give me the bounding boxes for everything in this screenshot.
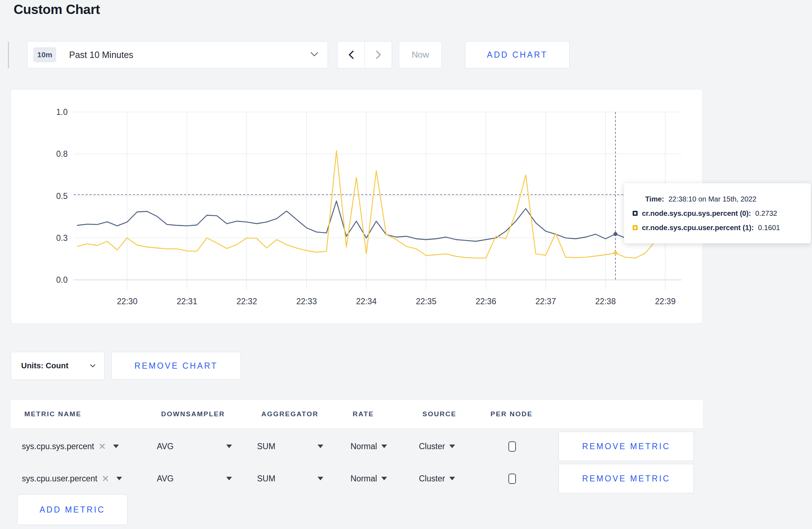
rate-value: Normal xyxy=(351,442,377,451)
x-axis-tick-label: 22:37 xyxy=(535,297,556,306)
tooltip-series-value: 0.2732 xyxy=(755,209,777,218)
series-line xyxy=(77,151,675,258)
now-button[interactable]: Now xyxy=(399,41,442,68)
caret-down-icon xyxy=(318,445,323,448)
time-range-badge: 10m xyxy=(33,47,56,62)
source-dropdown[interactable]: Cluster xyxy=(419,464,455,493)
column-header-rate: RATE xyxy=(353,400,374,428)
cpu-chart-svg[interactable]: 0.00.30.50.81.022:3022:3122:3222:3322:34… xyxy=(11,89,703,324)
clear-metric-icon[interactable]: ✕ xyxy=(102,474,109,484)
x-axis-tick-label: 22:39 xyxy=(655,297,676,306)
x-axis-tick-label: 22:33 xyxy=(296,297,317,306)
x-axis-tick-label: 22:36 xyxy=(475,297,496,306)
aggregator-dropdown-caret[interactable] xyxy=(318,432,323,461)
downsampler-value[interactable]: AVG xyxy=(157,464,174,493)
chevron-down-icon xyxy=(310,52,318,58)
y-axis-tick-label: 0.8 xyxy=(56,149,68,159)
aggregator-value[interactable]: SUM xyxy=(257,432,275,461)
caret-down-icon[interactable] xyxy=(116,477,122,480)
tooltip-time-value: 22:38:10 on Mar 15th, 2022 xyxy=(668,195,757,203)
x-axis-tick-label: 22:30 xyxy=(117,297,137,306)
caret-down-icon xyxy=(381,477,387,480)
x-axis-tick-label: 22:31 xyxy=(177,297,197,306)
sys-series-swatch-icon xyxy=(633,211,638,216)
per-node-checkbox[interactable] xyxy=(508,441,516,452)
per-node-checkbox[interactable] xyxy=(508,474,516,484)
user-series-swatch-icon xyxy=(633,225,638,230)
units-dropdown[interactable]: Units: Count xyxy=(11,352,105,380)
metric-row: sys.cpu.user.percent ✕ AVG SUM Normal Cl… xyxy=(11,464,703,493)
caret-down-icon xyxy=(381,445,387,448)
metrics-table-header: METRIC NAME DOWNSAMPLER AGGREGATOR RATE … xyxy=(11,400,703,428)
per-node-cell xyxy=(508,432,516,461)
caret-down-icon[interactable] xyxy=(113,445,119,448)
tooltip-time-row: Time: 22:38:10 on Mar 15th, 2022 xyxy=(645,195,811,203)
page-title: Custom Chart xyxy=(14,2,100,17)
remove-metric-button[interactable]: REMOVE METRIC xyxy=(559,464,694,493)
column-header-aggregator: AGGREGATOR xyxy=(261,400,319,428)
chevron-right-icon xyxy=(375,50,382,59)
aggregator-dropdown-caret[interactable] xyxy=(318,464,323,493)
source-dropdown[interactable]: Cluster xyxy=(419,432,455,461)
column-header-metric-name: METRIC NAME xyxy=(24,400,81,428)
hover-point-dot xyxy=(614,251,618,255)
tooltip-series-value: 0.1601 xyxy=(758,224,780,232)
time-window-pager xyxy=(337,41,392,68)
x-axis-tick-label: 22:34 xyxy=(356,297,377,306)
y-axis-tick-label: 0.3 xyxy=(56,233,68,243)
tooltip-time-label: Time: xyxy=(645,195,664,203)
chart-grid: 0.00.30.50.81.022:3022:3122:3222:3322:34… xyxy=(56,107,681,306)
metric-row: sys.cpu.sys.percent ✕ AVG SUM Normal Clu… xyxy=(11,432,703,461)
remove-metric-button[interactable]: REMOVE METRIC xyxy=(559,432,694,461)
y-axis-tick-label: 1.0 xyxy=(56,107,68,117)
source-value: Cluster xyxy=(419,442,445,451)
clear-metric-icon[interactable]: ✕ xyxy=(98,441,106,452)
metrics-table: METRIC NAME DOWNSAMPLER AGGREGATOR RATE … xyxy=(11,399,703,529)
caret-down-icon xyxy=(449,477,455,480)
x-axis-tick-label: 22:32 xyxy=(236,297,257,306)
caret-down-icon xyxy=(449,445,455,448)
metric-name-value: sys.cpu.user.percent xyxy=(22,474,97,484)
hover-point-dot xyxy=(614,232,618,236)
column-header-downsampler: DOWNSAMPLER xyxy=(161,400,225,428)
metric-name-dropdown[interactable]: sys.cpu.sys.percent ✕ xyxy=(22,432,119,461)
chevron-down-icon xyxy=(90,363,96,369)
tooltip-series-row: cr.node.sys.cpu.user.percent (1): 0.1601 xyxy=(633,224,811,232)
series-line xyxy=(77,201,675,242)
chart-card: 0.00.30.50.81.022:3022:3122:3222:3322:34… xyxy=(11,89,703,324)
downsampler-value[interactable]: AVG xyxy=(157,432,174,461)
x-axis-tick-label: 22:38 xyxy=(595,297,616,306)
add-metric-button[interactable]: ADD METRIC xyxy=(17,494,127,525)
remove-chart-button[interactable]: REMOVE CHART xyxy=(111,352,241,380)
column-header-source: SOURCE xyxy=(422,400,456,428)
tooltip-series-row: cr.node.sys.cpu.sys.percent (0): 0.2732 xyxy=(633,209,811,218)
tooltip-series-name: cr.node.sys.cpu.user.percent (1): xyxy=(642,224,754,232)
toolbar-left-divider xyxy=(8,42,9,68)
x-axis-tick-label: 22:35 xyxy=(416,297,436,306)
column-header-per-node: PER NODE xyxy=(490,400,533,428)
rate-dropdown[interactable]: Normal xyxy=(351,464,387,493)
next-time-button[interactable] xyxy=(365,42,392,68)
rate-dropdown[interactable]: Normal xyxy=(351,432,387,461)
caret-down-icon xyxy=(226,445,232,448)
caret-down-icon xyxy=(226,477,232,480)
rate-value: Normal xyxy=(351,474,377,484)
y-axis-tick-label: 0.5 xyxy=(56,191,68,201)
aggregator-value[interactable]: SUM xyxy=(257,464,275,493)
units-label: Units: Count xyxy=(21,361,68,370)
chevron-left-icon xyxy=(348,50,354,59)
add-chart-button[interactable]: ADD CHART xyxy=(465,41,570,68)
downsampler-dropdown-caret[interactable] xyxy=(226,432,232,461)
prev-time-button[interactable] xyxy=(338,42,364,68)
metric-name-value: sys.cpu.sys.percent xyxy=(22,442,94,451)
chart-hover-tooltip: Time: 22:38:10 on Mar 15th, 2022 cr.node… xyxy=(624,183,811,243)
time-range-label: Past 10 Minutes xyxy=(69,50,133,60)
y-axis-tick-label: 0.0 xyxy=(56,275,68,285)
downsampler-dropdown-caret[interactable] xyxy=(226,464,232,493)
metric-name-dropdown[interactable]: sys.cpu.user.percent ✕ xyxy=(22,464,122,493)
tooltip-series-name: cr.node.sys.cpu.sys.percent (0): xyxy=(642,209,751,218)
per-node-cell xyxy=(508,464,516,493)
caret-down-icon xyxy=(318,477,323,480)
time-range-dropdown[interactable]: 10m Past 10 Minutes xyxy=(27,41,328,68)
source-value: Cluster xyxy=(419,474,445,484)
